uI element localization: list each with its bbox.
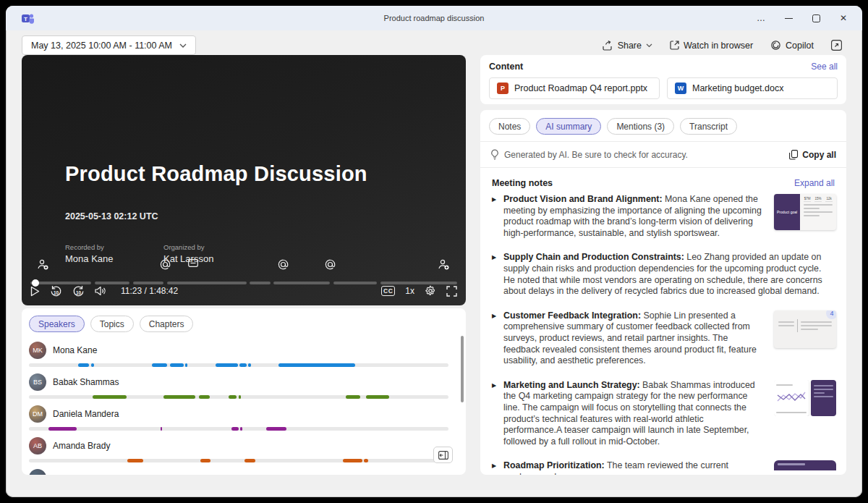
meeting-note-item[interactable]: ▶ Roadmap Prioritization: The team revie… [492,460,836,475]
fullscreen-icon[interactable] [446,286,457,297]
expand-bullet-icon[interactable]: ▶ [492,252,503,297]
share-button[interactable]: Share [603,41,652,51]
share-icon [603,41,613,51]
minimize-button[interactable] [777,9,800,28]
popout-button[interactable] [831,40,842,51]
at-marker-icon[interactable] [325,259,336,270]
at-marker-icon[interactable] [160,259,171,270]
speaker-name: Mona Kane [53,345,97,355]
timeline-markers [30,259,457,275]
video-title: Product Roadmap Discussion [65,162,367,186]
notes-tabs: NotesAI summaryMentions (3)Transcript [480,110,846,142]
captions-icon[interactable]: CC [381,286,395,296]
meeting-notes-title: Meeting notes [492,178,553,188]
meeting-note-item[interactable]: ▶ Marketing and Launch Strategy: Babak S… [492,380,836,448]
note-text: Customer Feedback Integration: Sophie Li… [503,310,762,367]
chevron-down-icon [646,43,652,48]
svg-text:10: 10 [54,289,59,295]
copy-all-button[interactable]: Copy all [789,150,836,160]
person-add-marker-icon[interactable] [37,259,48,270]
slide-thumbnail[interactable] [774,380,836,416]
slide-thumbnail[interactable] [774,460,836,470]
speaker-row: MK Mona Kane [22,335,466,367]
organized-by-label: Organized by [163,243,205,251]
expand-bullet-icon[interactable]: ▶ [492,194,503,239]
play-icon[interactable] [30,286,40,297]
avatar: MK [29,342,46,359]
left-tabs: SpeakersTopicsChapters [22,308,466,335]
scrollbar[interactable] [461,336,464,402]
settings-gear-icon[interactable] [425,285,436,297]
volume-icon[interactable] [95,286,106,296]
meeting-note-item[interactable]: ▶ Product Vision and Brand Alignment: Mo… [492,194,836,239]
meeting-note-item[interactable]: ▶ Supply Chain and Production Constraint… [492,252,836,297]
file-name: Marketing budget.docx [692,83,783,93]
ai-disclaimer-text: Generated by AI. Be sure to check for ac… [504,150,688,160]
tab-topics[interactable]: Topics [90,316,134,332]
open-side-pane-button[interactable] [433,447,453,463]
speaker-row: BS Babak Shammas [22,367,466,399]
file-chip-docx[interactable]: W Marketing budget.docx [667,77,838,99]
mention-badge: 4 [826,310,836,319]
date-range-dropdown[interactable]: May 13, 2025 10:00 AM - 11:00 AM [22,35,196,55]
expand-all-link[interactable]: Expand all [794,178,835,188]
tab-chapters[interactable]: Chapters [140,316,194,332]
video-player[interactable]: Product Roadmap Discussion 2025-05-13 02… [22,55,466,305]
tag-marker-icon[interactable] [188,259,198,267]
person-add-marker-icon[interactable] [438,259,449,270]
share-label: Share [618,41,642,51]
docx-file-icon: W [675,83,686,94]
copy-icon [789,150,798,160]
file-chip-pptx[interactable]: P Product Roadmap Q4 report.pptx [489,77,660,99]
slide-thumbnail[interactable]: 4 [774,310,836,348]
maximize-button[interactable] [804,9,827,28]
content-title: Content [489,62,523,72]
tab-speakers[interactable]: Speakers [29,316,85,332]
close-button[interactable]: ✕ [832,9,855,28]
speaker-row: DM Daniela Mandera [22,399,466,431]
note-text: Roadmap Prioritization: The team reviewe… [503,460,762,475]
playback-time: 11:23 / 1:48:42 [121,286,178,296]
video-timestamp: 2025-05-13 02:12 UTC [65,211,158,221]
tab-transcript[interactable]: Transcript [680,118,737,135]
copy-all-label: Copy all [802,150,836,160]
speaker-list: MK Mona Kane BS Babak Shammas DM Daniela… [22,335,466,475]
recorded-by-label: Recorded by [65,243,104,251]
content-card: Content See all P Product Roadmap Q4 rep… [480,55,846,104]
avatar: BS [29,373,46,391]
expand-bullet-icon[interactable]: ▶ [492,380,503,448]
at-marker-icon[interactable] [278,259,289,270]
meeting-note-item[interactable]: ▶ Customer Feedback Integration: Sophie … [492,310,836,367]
watch-in-browser-button[interactable]: Watch in browser [670,41,753,51]
app-window: T Product roadmap discussion … ✕ May 13,… [6,6,862,497]
slide-thumbnail[interactable]: Product goal $7M15%12k [774,194,836,230]
copilot-button[interactable]: Copilot [770,40,814,51]
expand-bullet-icon[interactable]: ▶ [492,310,503,367]
player-controls: 10 10 11:23 / 1:48:42 CC 1x [30,282,457,300]
more-window-button[interactable]: … [749,9,773,28]
avatar [29,469,46,475]
pptx-file-icon: P [497,83,509,94]
tab-notes[interactable]: Notes [489,118,530,135]
chevron-down-icon [179,43,187,48]
speaker-row: AB Amanda Brady [22,431,466,462]
open-in-browser-icon [670,41,679,50]
expand-bullet-icon[interactable]: ▶ [492,460,503,475]
copilot-icon [770,40,781,51]
speaker-row [22,462,466,475]
titlebar: T Product roadmap discussion … ✕ [6,6,862,30]
ai-disclaimer-row: Generated by AI. Be sure to check for ac… [480,142,846,168]
playback-speed-button[interactable]: 1x [405,286,414,296]
svg-text:10: 10 [76,289,82,295]
speakers-panel: SpeakersTopicsChapters MK Mona Kane BS B… [22,308,466,475]
meeting-notes-list: ▶ Product Vision and Brand Alignment: Mo… [480,193,846,475]
see-all-link[interactable]: See all [811,62,838,72]
note-text: Supply Chain and Production Constraints:… [503,252,827,297]
watch-in-browser-label: Watch in browser [684,41,753,51]
rewind-10-icon[interactable]: 10 [50,285,62,297]
notes-card: NotesAI summaryMentions (3)Transcript Ge… [480,110,846,475]
tab-mentions-3-[interactable]: Mentions (3) [607,118,674,135]
tab-ai-summary[interactable]: AI summary [536,118,601,135]
forward-10-icon[interactable]: 10 [72,285,85,297]
avatar: AB [29,437,46,455]
